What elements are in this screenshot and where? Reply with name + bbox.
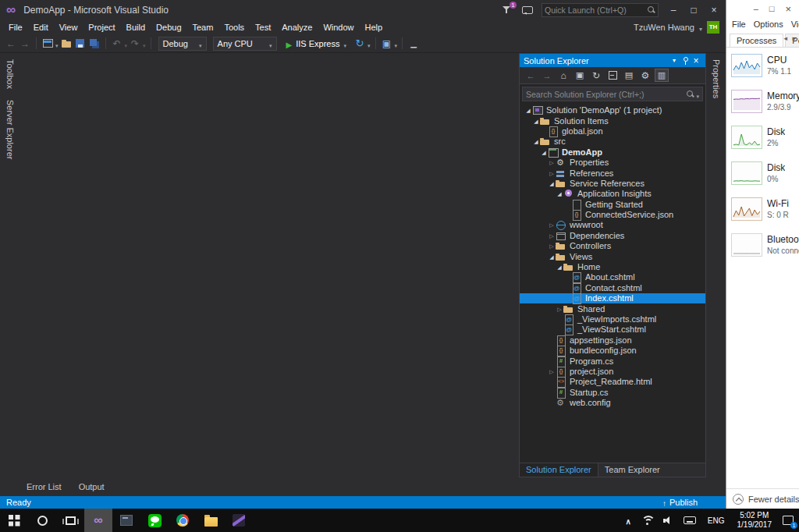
- pin-icon[interactable]: [682, 56, 689, 66]
- tab-scroll-arrows-icon[interactable]: [783, 34, 797, 42]
- chrome-icon[interactable]: [169, 509, 197, 532]
- show-all-files-icon[interactable]: [622, 69, 636, 82]
- tree-item-demoapp[interactable]: DemoApp: [520, 147, 705, 158]
- clock[interactable]: 5:02 PM 1/19/2017: [732, 511, 778, 530]
- tool-tab-properties[interactable]: Properties: [710, 53, 723, 103]
- nav-backward-icon[interactable]: [5, 37, 17, 50]
- menu-window[interactable]: Window: [318, 21, 359, 34]
- tree-item-controllers[interactable]: Controllers: [520, 241, 705, 251]
- expander-closed-icon[interactable]: [548, 231, 556, 241]
- tree-item-contact-cshtml[interactable]: Contact.cshtml: [520, 283, 705, 293]
- action-center-icon[interactable]: 1: [777, 509, 799, 532]
- chevron-down-icon[interactable]: [55, 37, 59, 51]
- tree-item-about-cshtml[interactable]: About.cshtml: [520, 272, 705, 282]
- notifications-icon[interactable]: 1: [502, 5, 513, 16]
- expander-closed-icon[interactable]: [556, 304, 563, 314]
- forward-icon[interactable]: [540, 69, 554, 82]
- tm-menu-options[interactable]: Options: [754, 20, 783, 29]
- tm-menu-file[interactable]: File: [732, 20, 746, 29]
- browser-refresh-icon[interactable]: [353, 37, 366, 50]
- nav-forward-icon[interactable]: [19, 37, 31, 50]
- tree-item-shared[interactable]: Shared: [520, 303, 705, 314]
- menu-edit[interactable]: Edit: [28, 21, 54, 34]
- tree-item-references[interactable]: References: [520, 168, 705, 178]
- expander-open-icon[interactable]: [532, 116, 540, 126]
- start-icon[interactable]: [0, 509, 28, 532]
- tree-item-index-cshtml[interactable]: Index.cshtml: [520, 293, 705, 303]
- chevron-down-icon[interactable]: [368, 37, 371, 51]
- menu-team[interactable]: Team: [187, 21, 219, 34]
- tree-item-appsettings-json[interactable]: appsettings.json: [520, 335, 705, 346]
- metric-memory[interactable]: Memory2.9/3.9: [731, 90, 799, 121]
- metric-disk[interactable]: Disk0%: [731, 161, 799, 193]
- tree-item-viewimports-cshtml[interactable]: _ViewImports.cshtml: [520, 314, 705, 325]
- sync-icon[interactable]: [589, 69, 603, 82]
- chevron-down-icon[interactable]: [395, 37, 398, 51]
- visual-studio-icon[interactable]: [84, 509, 112, 532]
- expander-closed-icon[interactable]: [548, 158, 556, 168]
- metric-cpu[interactable]: CPU7% 1.1: [731, 54, 799, 85]
- tree-item-project-readme-html[interactable]: Project_Readme.html: [520, 377, 705, 387]
- feedback-icon[interactable]: [522, 5, 532, 15]
- expander-open-icon[interactable]: [540, 147, 548, 158]
- tree-item-web-config[interactable]: web.config: [520, 398, 705, 408]
- combo-any-cpu[interactable]: Any CPU: [213, 37, 277, 51]
- preview-selected-icon[interactable]: [655, 69, 669, 82]
- close-button[interactable]: [708, 5, 719, 16]
- expander-closed-icon[interactable]: [548, 367, 556, 377]
- tool-extension-icon[interactable]: [381, 37, 393, 50]
- maximize-button[interactable]: [769, 4, 775, 13]
- keyboard-icon[interactable]: [679, 509, 701, 532]
- tree-item-src[interactable]: src: [520, 137, 705, 147]
- tree-item-solution-demoapp-1-project[interactable]: Solution 'DemoApp' (1 project): [520, 105, 705, 115]
- expander-closed-icon[interactable]: [548, 241, 556, 251]
- tool-tab-server-explorer[interactable]: Server Explorer: [4, 94, 16, 164]
- file-explorer-icon[interactable]: [197, 509, 225, 532]
- expander-open-icon[interactable]: [548, 252, 556, 262]
- collapse-all-icon[interactable]: [605, 69, 620, 82]
- tree-item-viewstart-cshtml[interactable]: _ViewStart.cshtml: [520, 325, 705, 335]
- tree-item-project-json[interactable]: project.json: [520, 367, 705, 377]
- publish-button[interactable]: Publish: [662, 495, 698, 509]
- save-all-icon[interactable]: [88, 37, 101, 50]
- panel-tab-solution-explorer[interactable]: Solution Explorer: [520, 463, 598, 477]
- tree-item-connectedservice-json[interactable]: ConnectedService.json: [520, 210, 705, 220]
- menu-build[interactable]: Build: [121, 21, 151, 34]
- properties-icon[interactable]: [638, 69, 652, 82]
- quick-launch-input[interactable]: [545, 5, 647, 15]
- panel-tab-output[interactable]: Output: [74, 481, 109, 493]
- expander-open-icon[interactable]: [532, 137, 540, 147]
- back-icon[interactable]: [524, 69, 538, 82]
- tree-item-wwwroot[interactable]: wwwroot: [520, 220, 705, 230]
- chevron-down-icon[interactable]: [125, 37, 128, 51]
- task-view-icon[interactable]: [56, 509, 84, 532]
- open-file-icon[interactable]: [60, 37, 73, 50]
- tree-item-home[interactable]: Home: [520, 262, 705, 272]
- expander-open-icon[interactable]: [556, 189, 563, 199]
- menu-test[interactable]: Test: [250, 21, 276, 34]
- avatar[interactable]: TH: [707, 21, 719, 34]
- close-panel-icon[interactable]: [691, 55, 701, 66]
- minimize-button[interactable]: [668, 5, 679, 16]
- redo-icon[interactable]: [129, 37, 141, 50]
- menu-help[interactable]: Help: [360, 21, 389, 34]
- expander-closed-icon[interactable]: [548, 168, 556, 179]
- wifi-icon[interactable]: [636, 509, 658, 532]
- underline-tool-icon[interactable]: [407, 37, 420, 50]
- new-project-icon[interactable]: [41, 37, 54, 50]
- hidden-icons-icon[interactable]: [621, 509, 636, 532]
- expander-open-icon[interactable]: [548, 179, 556, 189]
- solution-search-input[interactable]: [526, 90, 686, 99]
- search-icon[interactable]: [28, 509, 56, 532]
- menu-debug[interactable]: Debug: [151, 21, 186, 34]
- menu-analyze[interactable]: Analyze: [276, 21, 318, 34]
- combo-debug[interactable]: Debug: [158, 37, 207, 51]
- expander-open-icon[interactable]: [556, 262, 563, 272]
- menu-project[interactable]: Project: [83, 21, 120, 34]
- chevron-down-icon[interactable]: [694, 87, 699, 101]
- tree-item-dependencies[interactable]: Dependencies: [520, 231, 705, 241]
- minimize-button[interactable]: [754, 4, 758, 13]
- menu-tools[interactable]: Tools: [218, 21, 250, 34]
- metric-bluetooth[interactable]: BluetoothNot connected: [731, 233, 799, 264]
- metric-wi-fi[interactable]: Wi-FiS: 0 R: [731, 197, 799, 229]
